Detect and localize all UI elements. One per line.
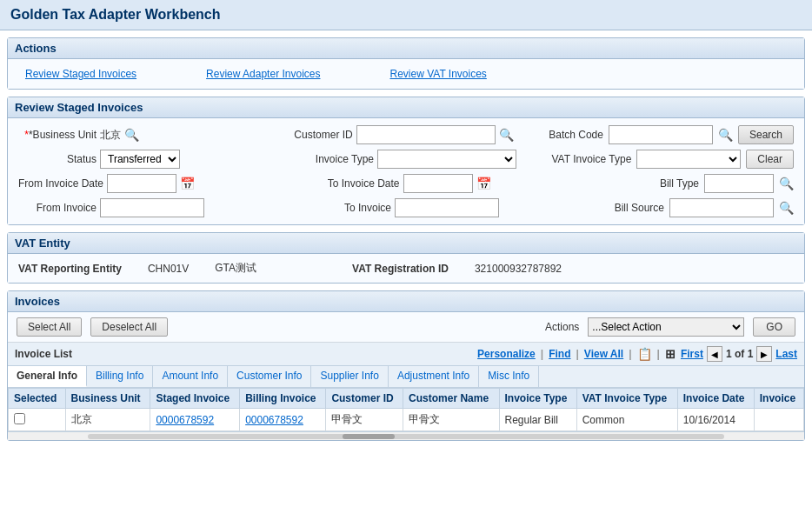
bill-source-lookup-icon[interactable]: 🔍 (779, 201, 794, 215)
tab-customer-info[interactable]: Customer Info (228, 366, 311, 387)
invoices-header: Invoices (8, 291, 804, 312)
business-unit-value: 北京 (100, 128, 121, 143)
customer-id-input[interactable] (356, 125, 496, 144)
from-invoice-date-input[interactable] (107, 174, 176, 193)
invoice-table-wrapper: Selected Business Unit Staged Invoice Bi… (8, 388, 804, 431)
col-invoice-date: Invoice Date (677, 389, 754, 409)
bill-source-label: Bill Source (586, 202, 664, 214)
to-invoice-date-input[interactable] (403, 174, 473, 193)
find-link[interactable]: Find (549, 348, 570, 360)
invoice-list-label: Invoice List (15, 348, 72, 360)
to-invoice-label: To Invoice (313, 202, 391, 214)
clear-button[interactable]: Clear (746, 150, 794, 169)
tab-general-info[interactable]: General Info (8, 366, 87, 387)
row-checkbox[interactable] (14, 413, 25, 424)
from-date-cal-icon[interactable]: 📅 (180, 177, 195, 190)
invoice-list-header: Invoice List Personalize | Find | View A… (8, 343, 804, 366)
customer-id-label: Customer ID (275, 129, 353, 141)
search-button[interactable]: Search (738, 125, 794, 144)
tab-supplier-info[interactable]: Supplier Info (311, 366, 388, 387)
actions-section: Actions Review Staged Invoices Review Ad… (7, 37, 805, 90)
bill-type-input[interactable] (704, 174, 774, 193)
next-page-btn[interactable]: ▶ (756, 346, 772, 362)
select-action-dropdown[interactable]: ...Select Action (588, 317, 744, 337)
business-unit-label: *Business Unit (18, 129, 97, 141)
vat-header: VAT Entity (8, 233, 804, 254)
invoice-type-select[interactable] (377, 150, 516, 169)
deselect-all-button[interactable]: Deselect All (90, 317, 168, 337)
invoices-toolbar: Select All Deselect All Actions ...Selec… (8, 312, 804, 343)
select-all-button[interactable]: Select All (17, 317, 82, 337)
from-invoice-date-label: From Invoice Date (18, 177, 103, 190)
bill-source-input[interactable] (669, 198, 774, 217)
cell-invoice-type: Regular Bill (499, 409, 576, 431)
cell-billing-invoice[interactable]: 0000678592 (240, 409, 326, 431)
cell-invoice-date: 10/16/2014 (677, 409, 754, 431)
review-staged-link[interactable]: Review Staged Invoices (25, 68, 136, 80)
col-customer-id: Customer ID (326, 389, 403, 409)
scrollbar-track[interactable] (88, 434, 725, 439)
tab-misc-info[interactable]: Misc Info (479, 366, 539, 387)
table-icon[interactable]: 📋 (637, 347, 652, 361)
personalize-link[interactable]: Personalize (477, 348, 536, 360)
vat-reporting-label: VAT Reporting Entity (18, 263, 122, 275)
cell-staged-invoice[interactable]: 0000678592 (150, 409, 240, 431)
status-label: Status (18, 153, 97, 165)
review-header: Review Staged Invoices (8, 97, 804, 118)
from-invoice-label: From Invoice (18, 202, 97, 214)
vat-reporting-id-value: CHN01V (148, 263, 189, 275)
col-vat-invoice-type: VAT Invoice Type (576, 389, 677, 409)
vat-registration-label: VAT Registration ID (352, 263, 449, 275)
batch-code-label: Batch Code (525, 129, 603, 141)
actions-label: Actions (545, 321, 579, 333)
to-date-cal-icon[interactable]: 📅 (476, 177, 491, 190)
batch-code-input[interactable] (609, 125, 713, 144)
cell-selected (9, 409, 66, 431)
invoice-table: Selected Business Unit Staged Invoice Bi… (8, 388, 804, 431)
tab-amount-info[interactable]: Amount Info (153, 366, 228, 387)
scrollbar-area[interactable] (8, 431, 804, 440)
tab-billing-info[interactable]: Billing Info (87, 366, 153, 387)
cell-customer-name: 甲骨文 (403, 409, 499, 431)
vat-invoice-type-select[interactable] (636, 150, 741, 169)
tab-adjustment-info[interactable]: Adjustment Info (389, 366, 479, 387)
scrollbar-thumb[interactable] (343, 434, 395, 439)
tabs-bar: General Info Billing Info Amount Info Cu… (8, 366, 804, 388)
actions-header: Actions (8, 38, 804, 59)
col-business-unit: Business Unit (65, 389, 150, 409)
first-link[interactable]: First (681, 348, 703, 360)
vat-section: VAT Entity VAT Reporting Entity CHN01V G… (7, 232, 805, 284)
view-all-link[interactable]: View All (584, 348, 623, 360)
review-body: *Business Unit 北京 🔍 Customer ID 🔍 Batch … (8, 118, 804, 224)
review-adapter-link[interactable]: Review Adapter Invoices (206, 68, 320, 80)
to-invoice-input[interactable] (395, 198, 499, 217)
col-selected: Selected (9, 389, 66, 409)
col-billing-invoice: Billing Invoice (240, 389, 326, 409)
go-button[interactable]: GO (753, 317, 795, 337)
staged-invoice-link[interactable]: 0000678592 (156, 414, 214, 426)
last-link[interactable]: Last (775, 348, 797, 360)
col-staged-invoice: Staged Invoice (150, 389, 240, 409)
cell-customer-id: 甲骨文 (326, 409, 403, 431)
bill-type-lookup-icon[interactable]: 🔍 (779, 177, 794, 190)
prev-page-btn[interactable]: ◀ (707, 346, 722, 362)
invoice-type-label: Invoice Type (296, 153, 374, 165)
cell-invoice (754, 409, 803, 431)
customer-id-lookup-icon[interactable]: 🔍 (499, 128, 514, 142)
from-invoice-input[interactable] (100, 198, 204, 217)
business-unit-lookup-icon[interactable]: 🔍 (124, 128, 139, 142)
col-customer-name: Customer Name (403, 389, 499, 409)
col-invoice: Invoice (754, 389, 803, 409)
vat-reporting-name-value: GTA测试 (215, 261, 256, 276)
review-vat-link[interactable]: Review VAT Invoices (389, 68, 486, 80)
grid-icon[interactable]: ⊞ (665, 347, 676, 361)
vat-invoice-type-label: VAT Invoice Type (552, 153, 632, 165)
vat-body: VAT Reporting Entity CHN01V GTA测试 VAT Re… (8, 254, 804, 283)
page-info: 1 of 1 (726, 348, 753, 360)
table-row: 北京 0000678592 0000678592 甲骨文 甲骨文 Regular… (9, 409, 804, 431)
status-select[interactable]: Transferred (100, 150, 180, 169)
cell-business-unit: 北京 (65, 409, 150, 431)
batch-code-lookup-icon[interactable]: 🔍 (718, 128, 733, 142)
actions-links: Review Staged Invoices Review Adapter In… (8, 59, 804, 89)
billing-invoice-link[interactable]: 0000678592 (245, 414, 303, 426)
